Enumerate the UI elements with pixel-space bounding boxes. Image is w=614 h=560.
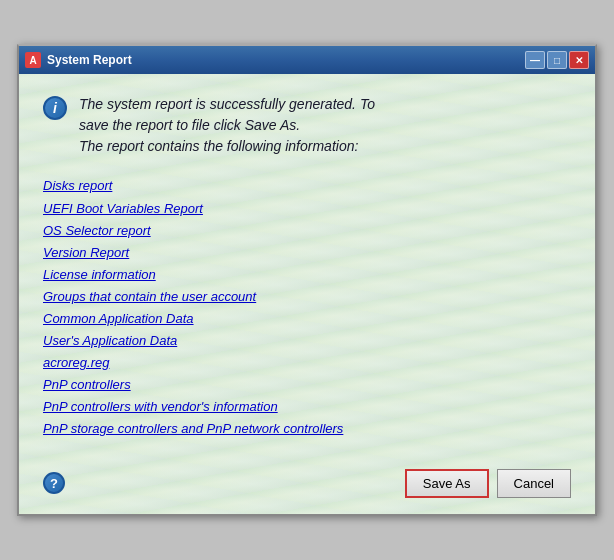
link-disks-report[interactable]: Disks report: [43, 175, 571, 197]
cancel-button[interactable]: Cancel: [497, 469, 571, 498]
title-buttons: — □ ✕: [525, 51, 589, 69]
link-license-info[interactable]: License information: [43, 264, 571, 286]
system-report-window: A System Report — □ ✕ i The system repor…: [17, 44, 597, 515]
minimize-button[interactable]: —: [525, 51, 545, 69]
link-os-selector[interactable]: OS Selector report: [43, 220, 571, 242]
title-bar-left: A System Report: [25, 52, 132, 68]
links-section: Disks report UEFI Boot Variables Report …: [43, 175, 571, 440]
footer-buttons: Save As Cancel: [405, 469, 571, 498]
save-as-button[interactable]: Save As: [405, 469, 489, 498]
info-icon: i: [43, 96, 67, 120]
message-text: The system report is successfully genera…: [79, 94, 375, 157]
message-line2: save the report to file click Save As.: [79, 117, 300, 133]
link-common-app-data[interactable]: Common Application Data: [43, 308, 571, 330]
title-bar: A System Report — □ ✕: [19, 46, 595, 74]
message-line3: The report contains the following inform…: [79, 138, 358, 154]
link-pnp-controllers[interactable]: PnP controllers: [43, 374, 571, 396]
close-button[interactable]: ✕: [569, 51, 589, 69]
link-uefi-boot[interactable]: UEFI Boot Variables Report: [43, 198, 571, 220]
link-groups[interactable]: Groups that contain the user account: [43, 286, 571, 308]
app-icon: A: [25, 52, 41, 68]
dialog-content: i The system report is successfully gene…: [19, 74, 595, 513]
link-user-app-data[interactable]: User's Application Data: [43, 330, 571, 352]
link-version-report[interactable]: Version Report: [43, 242, 571, 264]
maximize-button[interactable]: □: [547, 51, 567, 69]
link-pnp-storage[interactable]: PnP storage controllers and PnP network …: [43, 418, 571, 440]
message-area: i The system report is successfully gene…: [43, 94, 571, 157]
message-line1: The system report is successfully genera…: [79, 96, 375, 112]
help-icon[interactable]: ?: [43, 472, 65, 494]
footer: ? Save As Cancel: [43, 461, 571, 498]
window-title: System Report: [47, 53, 132, 67]
link-acroreg[interactable]: acroreg.reg: [43, 352, 571, 374]
footer-left: ?: [43, 472, 65, 494]
link-pnp-vendor[interactable]: PnP controllers with vendor's informatio…: [43, 396, 571, 418]
